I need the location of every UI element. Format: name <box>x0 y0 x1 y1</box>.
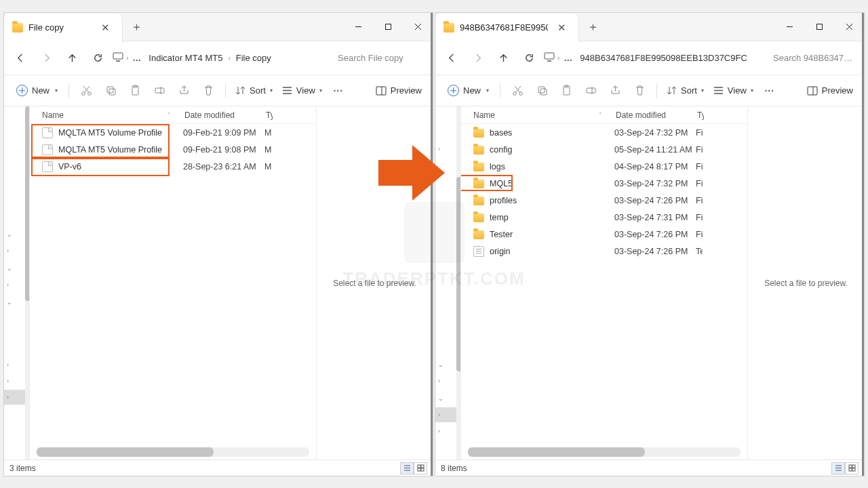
close-button[interactable] <box>403 13 433 41</box>
close-tab-button[interactable]: ✕ <box>553 20 570 36</box>
search-input[interactable]: Search File copy <box>335 49 427 67</box>
statusbar: 8 items <box>435 460 864 476</box>
window-edge <box>862 13 864 476</box>
col-type[interactable]: Ty <box>266 110 273 120</box>
refresh-button[interactable] <box>518 47 540 69</box>
share-button[interactable] <box>604 80 627 102</box>
delete-button[interactable] <box>197 80 220 102</box>
table-row[interactable]: origin03-Sep-24 7:26 PMTe <box>461 243 747 260</box>
svg-rect-9 <box>109 89 115 95</box>
more-button[interactable]: ··· <box>328 80 349 102</box>
cut-button[interactable] <box>75 80 98 102</box>
table-row[interactable]: temp03-Sep-24 7:31 PMFi <box>461 209 747 226</box>
tab-active[interactable]: File copy ✕ <box>4 14 123 42</box>
refresh-button[interactable] <box>87 47 108 69</box>
new-button[interactable]: New ▾ <box>11 82 63 99</box>
minimize-button[interactable] <box>774 13 804 41</box>
breadcrumb[interactable]: File copy <box>233 50 274 66</box>
table-row[interactable]: profiles03-Sep-24 7:26 PMFi <box>461 192 747 209</box>
col-date[interactable]: Date modified <box>184 110 266 120</box>
svg-rect-35 <box>540 89 547 95</box>
copy-button[interactable] <box>99 80 122 102</box>
preview-toggle[interactable]: Preview <box>803 83 857 98</box>
folder-icon <box>473 129 484 138</box>
icons-view-button[interactable] <box>845 462 859 474</box>
folder-icon <box>443 23 454 33</box>
address-bar[interactable]: › … Indicator MT4 MT5 › File copy <box>113 50 331 66</box>
table-row[interactable]: MQLTA MT5 Volume Profile09-Feb-21 9:09 P… <box>30 124 316 141</box>
svg-rect-24 <box>418 468 420 471</box>
overflow-dots[interactable]: … <box>562 53 574 63</box>
table-row[interactable]: Tester03-Sep-24 7:26 PMFi <box>461 226 747 243</box>
copy-button[interactable] <box>530 80 553 102</box>
minimize-button[interactable] <box>343 13 373 41</box>
forward-button[interactable] <box>467 47 488 69</box>
column-headers[interactable]: Name˄ Date modified Ty <box>461 106 747 124</box>
forward-button[interactable] <box>35 47 57 69</box>
sort-arrow-icon: ˄ <box>599 112 602 119</box>
breadcrumb[interactable]: 948B6347681F8E995098EEB13D37C9FC <box>577 50 749 66</box>
col-name[interactable]: Name <box>473 110 495 120</box>
table-row[interactable]: VP-v628-Sep-23 6:21 AMM <box>30 158 316 175</box>
table-row[interactable]: MQL503-Sep-24 7:32 PMFi <box>461 175 747 192</box>
file-type: M <box>264 128 271 138</box>
table-row[interactable]: config05-Sep-24 11:21 AMFi <box>461 141 747 158</box>
file-icon <box>42 127 53 138</box>
nav-pane[interactable]: ⌄ › ⌄ › ⌄ › › › <box>4 106 30 460</box>
chevron-down-icon: ▾ <box>270 87 273 94</box>
back-button[interactable] <box>9 47 31 69</box>
new-tab-button[interactable]: ＋ <box>127 18 146 37</box>
scrollbar[interactable] <box>25 106 30 460</box>
rename-button[interactable] <box>148 80 171 102</box>
delete-button[interactable] <box>628 80 651 102</box>
explorer-window-right: 948B6347681F8E995098EEB13 ✕ ＋ › … 948B63… <box>435 12 865 476</box>
more-button[interactable]: ··· <box>759 80 781 102</box>
view-button[interactable]: View▾ <box>709 83 757 98</box>
column-headers[interactable]: Name˄ Date modified Ty <box>30 106 316 124</box>
close-button[interactable] <box>834 13 864 41</box>
folder-icon <box>473 214 484 222</box>
maximize-button[interactable] <box>373 13 403 41</box>
scrollbar[interactable] <box>468 447 741 457</box>
table-row[interactable]: logs04-Sep-24 8:17 PMFi <box>461 158 747 175</box>
table-row[interactable]: bases03-Sep-24 7:32 PMFi <box>461 124 747 141</box>
file-list: Name˄ Date modified Ty MQLTA MT5 Volume … <box>30 106 316 460</box>
maximize-button[interactable] <box>804 13 834 41</box>
file-type: M <box>264 145 271 155</box>
share-button[interactable] <box>172 80 195 102</box>
new-label: New <box>32 85 50 96</box>
tab-active[interactable]: 948B6347681F8E995098EEB13 ✕ <box>435 14 579 42</box>
sort-button[interactable]: Sort▾ <box>663 83 708 98</box>
col-date[interactable]: Date modified <box>616 110 697 120</box>
col-type[interactable]: Ty <box>697 110 704 120</box>
overflow-dots[interactable]: … <box>131 53 143 63</box>
up-button[interactable] <box>61 47 83 69</box>
details-view-button[interactable] <box>400 462 414 474</box>
address-bar[interactable]: › … 948B6347681F8E995098EEB13D37C9FC <box>544 50 766 66</box>
file-name: MQL5 <box>490 179 614 188</box>
icons-view-button[interactable] <box>414 462 427 474</box>
txtfile-icon <box>473 246 484 257</box>
search-input[interactable]: Search 948B6347681F8E <box>770 49 859 67</box>
breadcrumb[interactable]: Indicator MT4 MT5 <box>146 50 225 66</box>
pc-icon <box>544 52 555 64</box>
cut-button[interactable] <box>506 80 529 102</box>
back-button[interactable] <box>441 47 462 69</box>
details-view-button[interactable] <box>831 462 845 474</box>
paste-button[interactable] <box>123 80 146 102</box>
up-button[interactable] <box>492 47 514 69</box>
view-button[interactable]: View▾ <box>278 83 326 98</box>
preview-toggle[interactable]: Preview <box>372 83 426 98</box>
close-tab-button[interactable]: ✕ <box>97 20 114 36</box>
rename-button[interactable] <box>579 80 602 102</box>
scrollbar[interactable] <box>37 447 309 457</box>
svg-rect-27 <box>816 24 822 30</box>
scrollbar[interactable] <box>456 106 461 460</box>
paste-button[interactable] <box>555 80 578 102</box>
sort-button[interactable]: Sort▾ <box>231 83 277 98</box>
new-button[interactable]: New ▾ <box>442 82 494 99</box>
file-type: Fi <box>696 230 703 239</box>
table-row[interactable]: MQLTA MT5 Volume Profile09-Feb-21 9:08 P… <box>30 141 316 158</box>
col-name[interactable]: Name <box>42 110 64 120</box>
new-tab-button[interactable]: ＋ <box>583 18 602 37</box>
